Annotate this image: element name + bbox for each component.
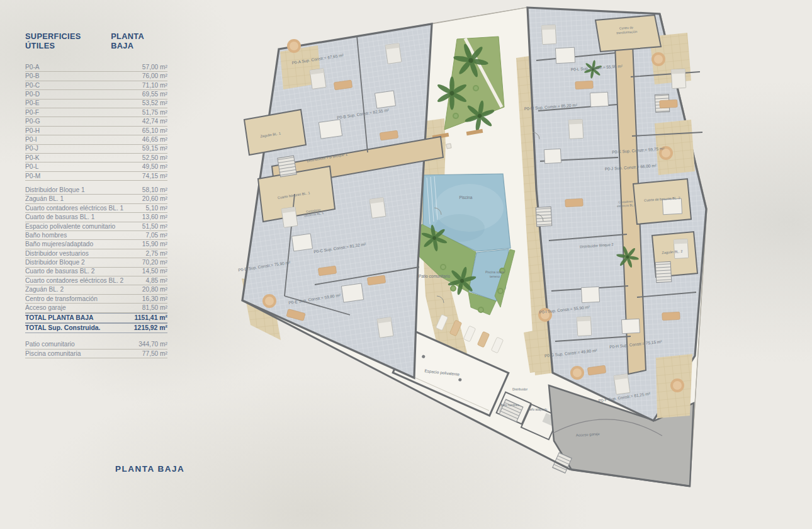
bush-icon	[497, 288, 504, 294]
bush-icon	[478, 307, 484, 313]
bush-icon	[440, 264, 446, 270]
floor-plan-drawing: P0-A Sup. Constr.= 67,65 m² P0-B Sup. Co…	[0, 0, 812, 529]
page: SUPERFICIES ÚTILES PLANTA BAJA P0-A 57,0…	[0, 0, 812, 529]
label-piscina-sobre-l2: terreno	[490, 275, 500, 278]
block-2	[527, 8, 706, 421]
bush-icon	[473, 85, 479, 91]
label-distribuidor: Distribuidor	[512, 388, 528, 391]
bench	[446, 144, 451, 149]
label-bano-hombres: Baño hombres	[500, 404, 519, 407]
bush-icon	[450, 285, 456, 292]
label-piscina-sobre-l1: Piscina sobre	[485, 270, 504, 274]
label-piscina: Piscina	[460, 195, 473, 200]
label-bano-adaptado: Baño adaptado	[528, 408, 548, 411]
bush-icon	[453, 113, 459, 119]
label-patio-comunitario: Patio comunitario	[419, 274, 451, 278]
